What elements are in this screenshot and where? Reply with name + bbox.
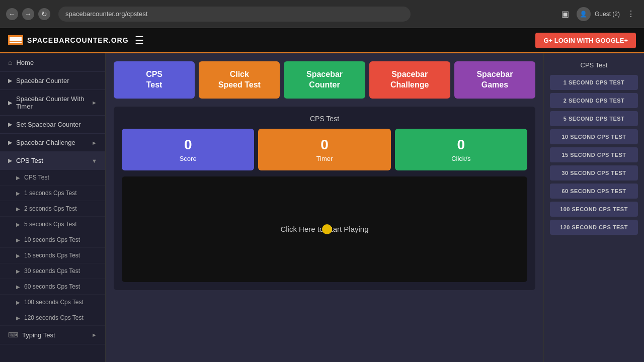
cps-link-5s[interactable]: 5 SECOND CPS TEST [550,111,638,126]
score-card: 0 Score [122,129,254,170]
cursor-icon-sub7: ▶ [16,268,20,274]
sidebar-sub-60s[interactable]: ▶ 60 seconds Cps Test [0,279,105,295]
timer-value: 0 [266,137,382,153]
nav-card-challenge-label: SpacebarChallenge [390,70,429,89]
stats-row: 0 Score 0 Timer 0 Click/s [122,129,527,170]
chevron-icon: ► [92,100,97,106]
logo-icon [8,35,23,45]
user-icon: 👤 [580,11,587,18]
sidebar-sub-5s-label: 5 seconds Cps Test [24,221,77,228]
sidebar-sub-10s-label: 10 seconds Cps Test [24,236,80,243]
sidebar-sub-1s[interactable]: ▶ 1 seconds Cps Test [0,186,105,201]
guest-label: Guest (2) [595,11,620,18]
sidebar-item-home[interactable]: ⌂ Home [0,53,105,72]
sidebar-sub-120s[interactable]: ▶ 120 seconds Cps Test [0,310,105,326]
right-sidebar-title: CPS Test [550,61,638,69]
login-button[interactable]: G+ LOGIN WITH GOOGLE+ [535,33,636,48]
sidebar-sub-2s-label: 2 seconds Cps Test [24,205,77,212]
sidebar-sub-15s[interactable]: ▶ 15 seconds Cps Test [0,248,105,263]
cps-link-15s[interactable]: 15 SECOND CPS TEST [550,147,638,162]
sidebar-item-spacebar-counter-label: Spacebar Counter [16,77,69,84]
cps-link-1s[interactable]: 1 SECOND CPS TEST [550,75,638,90]
score-value: 0 [130,137,246,153]
browser-chrome: ← → ↻ spacebarcounter.org/cpstest ▣ 👤 Gu… [0,0,644,28]
sidebar-sub-1s-label: 1 seconds Cps Test [24,190,77,197]
clicks-card: 0 Click/s [395,129,527,170]
cursor-icon-sub2: ▶ [16,191,20,196]
home-icon: ⌂ [8,58,12,66]
sidebar-typing-label: Typing Test [22,331,55,339]
sidebar-sub-100s[interactable]: ▶ 100 seconds Cps Test [0,295,105,310]
extensions-button[interactable]: ▣ [558,7,573,21]
cps-link-2s[interactable]: 2 SECOND CPS TEST [550,93,638,108]
forward-button[interactable]: → [22,8,34,20]
sidebar-item-cps-test[interactable]: ▶ CPS Test ▼ [0,152,105,170]
score-label: Score [130,155,246,162]
cursor-icon-2: ▶ [8,100,12,106]
sidebar-sub-100s-label: 100 seconds Cps Test [24,299,84,306]
cursor-icon-4: ▶ [8,139,12,146]
nav-card-spacebar-counter[interactable]: SpacebarCounter [284,61,365,99]
cps-link-100s[interactable]: 100 SECOND CPS TEST [550,202,638,217]
hamburger-button[interactable]: ☰ [135,34,144,46]
right-sidebar: CPS Test 1 SECOND CPS TEST 2 SECOND CPS … [543,53,644,362]
sidebar-sub-5s[interactable]: ▶ 5 seconds Cps Test [0,217,105,232]
nav-card-games-label: SpacebarGames [476,70,513,89]
sidebar-item-spacebar-counter-timer[interactable]: ▶ Spacebar Counter With Timer ► [0,90,105,116]
sidebar-item-spacebar-challenge[interactable]: ▶ Spacebar Challenge ► [0,134,105,152]
sidebar-sub-15s-label: 15 seconds Cps Test [24,252,80,259]
timer-label: Timer [266,155,382,162]
cursor-icon-sub1: ▶ [16,175,20,180]
menu-dots-button[interactable]: ⋮ [624,7,638,21]
clicks-label: Click/s [403,155,519,162]
cps-section: CPS Test 0 Score 0 Timer 0 Click/s Click [114,107,535,290]
clicks-value: 0 [403,137,519,153]
sidebar-sub-cps-label: CPS Test [24,174,49,181]
click-area[interactable]: Click Here to Start Playing [122,176,527,282]
main-layout: ⌂ Home ▶ Spacebar Counter ▶ Spacebar Cou… [0,53,644,362]
sidebar-item-set-spacebar-label: Set Spacebar Counter [16,121,81,128]
keyboard-icon: ⌨ [8,331,18,339]
cursor-icon-3: ▶ [8,121,12,128]
nav-card-spacebar-label: SpacebarCounter [306,70,343,89]
cursor-icon-sub8: ▶ [16,284,20,290]
cursor-icon: ▶ [8,77,12,84]
refresh-button[interactable]: ↻ [38,8,50,20]
cps-link-10s[interactable]: 10 SECOND CPS TEST [550,129,638,144]
back-button[interactable]: ← [6,8,18,20]
sidebar-sub-cps-test[interactable]: ▶ CPS Test [0,170,105,186]
chevron-icon-3: ▼ [92,158,97,164]
sidebar-item-spacebar-timer-label: Spacebar Counter With Timer [16,95,88,110]
nav-cards: CPSTest ClickSpeed Test SpacebarCounter … [114,61,535,99]
sidebar: ⌂ Home ▶ Spacebar Counter ▶ Spacebar Cou… [0,53,106,362]
cps-link-120s[interactable]: 120 SECOND CPS TEST [550,220,638,235]
browser-actions: ▣ 👤 Guest (2) ⋮ [558,7,638,21]
cursor-dot [322,224,332,234]
nav-card-click-speed-label: ClickSpeed Test [218,70,261,89]
sidebar-item-typing-test[interactable]: ⌨ Typing Test ► [0,326,105,344]
sidebar-item-cps-label: CPS Test [16,157,43,164]
cps-link-60s[interactable]: 60 SECOND CPS TEST [550,184,638,199]
cps-link-30s[interactable]: 30 SECOND CPS TEST [550,165,638,180]
sidebar-sub-30s[interactable]: ▶ 30 seconds Cps Test [0,263,105,279]
sidebar-sub-2s[interactable]: ▶ 2 seconds Cps Test [0,201,105,217]
cursor-icon-sub3: ▶ [16,206,20,212]
site-title: SPACEBARCOUNTER.ORG [27,36,129,44]
nav-card-spacebar-games[interactable]: SpacebarGames [454,61,535,99]
sidebar-item-challenge-label: Spacebar Challenge [16,139,75,146]
cursor-icon-sub6: ▶ [16,253,20,258]
sidebar-sub-10s[interactable]: ▶ 10 seconds Cps Test [0,232,105,248]
sidebar-item-set-spacebar[interactable]: ▶ Set Spacebar Counter [0,116,105,134]
cursor-icon-sub9: ▶ [16,300,20,305]
nav-card-click-speed[interactable]: ClickSpeed Test [199,61,280,99]
cursor-icon-5: ▶ [8,157,12,164]
cursor-icon-sub10: ▶ [16,315,20,321]
main-content: CPSTest ClickSpeed Test SpacebarCounter … [106,53,543,362]
nav-card-spacebar-challenge[interactable]: SpacebarChallenge [369,61,450,99]
url-text: spacebarcounter.org/cpstest [65,10,147,18]
nav-card-cps-test[interactable]: CPSTest [114,61,195,99]
sidebar-sub-30s-label: 30 seconds Cps Test [24,267,80,275]
timer-card: 0 Timer [258,129,390,170]
address-bar[interactable]: spacebarcounter.org/cpstest [58,7,411,22]
sidebar-item-spacebar-counter[interactable]: ▶ Spacebar Counter [0,72,105,90]
